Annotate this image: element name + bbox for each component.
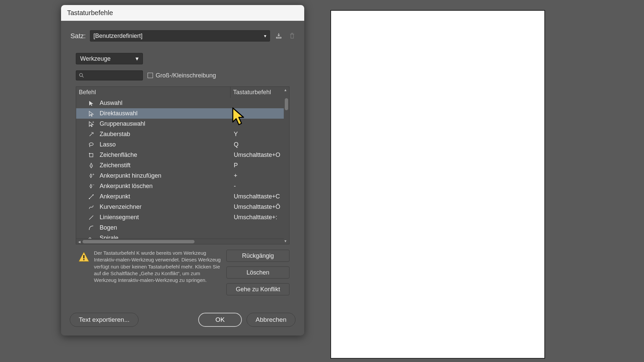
clear-button[interactable]: Löschen	[226, 266, 289, 279]
table-row[interactable]: Kurvenzeichner Umschalttaste+Ö	[76, 202, 289, 212]
table-row[interactable]: Spirale	[76, 233, 289, 239]
table-row[interactable]: Auswahl	[76, 98, 289, 108]
table-row[interactable]: + Gruppenauswahl	[76, 119, 289, 129]
artboard-icon	[88, 152, 95, 159]
search-input[interactable]	[76, 70, 143, 80]
search-icon	[79, 73, 84, 78]
svg-line-16	[89, 216, 93, 220]
curve-icon	[88, 203, 95, 211]
wand-icon	[88, 131, 95, 138]
h-scrollbar-thumb[interactable]	[83, 240, 195, 243]
svg-line-5	[92, 132, 92, 133]
warning-text: Der Tastaturbefehl K wurde bereits vom W…	[94, 250, 222, 284]
undo-button[interactable]: Rückgängig	[226, 250, 289, 262]
svg-line-1	[82, 76, 84, 77]
shortcut-value[interactable]: Umschalttaste+Ö	[232, 203, 287, 210]
checkbox-box	[148, 73, 153, 78]
grid-header: Befehl Tastaturbefehl	[76, 87, 289, 98]
svg-rect-18	[83, 259, 84, 260]
chevron-down-icon: ▾	[136, 55, 139, 62]
command-name: Lasso	[100, 141, 116, 148]
shortcut-value[interactable]: -	[232, 183, 287, 190]
pen-minus-icon: −	[88, 183, 95, 190]
table-row[interactable]: Zeichenstift P	[76, 160, 289, 171]
shortcut-value[interactable]: Umschalttaste+:	[232, 214, 287, 221]
chevron-down-icon: ▾	[264, 33, 266, 39]
shortcut-value[interactable]: Y	[232, 131, 287, 138]
warning-icon	[78, 251, 90, 263]
command-name: Spirale	[100, 235, 118, 239]
cancel-button[interactable]: Abbrechen	[247, 313, 296, 327]
export-text-button[interactable]: Text exportieren...	[70, 313, 139, 327]
pen-plus-icon: +	[88, 172, 95, 180]
spiral-icon	[88, 235, 95, 239]
column-shortcut[interactable]: Tastaturbefehl	[230, 87, 289, 98]
shortcuts-grid: Befehl Tastaturbefehl Auswahl Direktausw…	[76, 86, 289, 244]
svg-text:+: +	[92, 173, 94, 176]
ok-button[interactable]: OK	[198, 313, 242, 327]
save-set-icon[interactable]	[274, 31, 283, 41]
command-name: Direktauswahl	[100, 110, 138, 117]
lasso-icon	[88, 141, 95, 148]
table-row[interactable]: + Ankerpunkt hinzufügen +	[76, 171, 289, 181]
svg-rect-17	[83, 255, 84, 258]
set-select-value: [Benutzerdefiniert]	[94, 33, 143, 40]
delete-set-icon	[287, 31, 297, 41]
horizontal-scrollbar[interactable]: ◂ ▸	[76, 239, 289, 244]
table-row[interactable]: − Ankerpunkt löschen -	[76, 181, 289, 191]
svg-rect-15	[93, 194, 94, 195]
line-icon	[88, 214, 95, 221]
selection-arrow-icon	[88, 100, 95, 107]
arc-icon	[88, 224, 95, 232]
table-row[interactable]: Lasso Q	[76, 139, 289, 150]
command-name: Ankerpunkt hinzufügen	[100, 172, 161, 179]
command-name: Bogen	[100, 224, 117, 231]
command-name: Liniensegment	[100, 214, 139, 221]
group-arrow-icon: +	[88, 120, 95, 128]
direct-arrow-icon	[88, 110, 95, 117]
shortcut-value[interactable]: Umschalttaste+O	[232, 152, 287, 159]
table-row[interactable]: Ankerpunkt Umschalttaste+C	[76, 191, 289, 202]
command-name: Zeichenstift	[100, 162, 130, 169]
case-sensitive-checkbox[interactable]: Groß-/Kleinschreibung	[148, 72, 216, 79]
column-command[interactable]: Befehl	[76, 87, 230, 98]
set-select[interactable]: [Benutzerdefiniert] ▾	[90, 30, 270, 42]
svg-text:+: +	[92, 121, 94, 124]
scroll-up-icon: ▴	[284, 87, 286, 92]
scroll-down-icon: ▾	[284, 239, 286, 243]
table-row[interactable]: Zauberstab Y	[76, 129, 289, 139]
table-row[interactable]: Liniensegment Umschalttaste+:	[76, 212, 289, 223]
svg-line-3	[90, 133, 93, 136]
shortcut-value[interactable]: Q	[232, 141, 287, 148]
section-select[interactable]: Werkzeuge ▾	[76, 53, 143, 64]
svg-line-6	[93, 133, 94, 134]
svg-point-11	[91, 166, 92, 166]
table-row[interactable]: Direktauswahl	[76, 108, 289, 119]
dialog-title: Tastaturbefehle	[61, 5, 304, 21]
command-name: Gruppenauswahl	[100, 120, 145, 127]
svg-rect-8	[90, 154, 93, 157]
scrollbar-thumb[interactable]	[285, 98, 288, 110]
shortcut-value[interactable]: Umschalttaste+C	[232, 193, 287, 200]
svg-text:−: −	[92, 183, 94, 187]
command-name: Zeichenfläche	[100, 152, 137, 159]
anchor-icon	[88, 193, 95, 200]
table-row[interactable]: Bogen	[76, 223, 289, 233]
pen-icon	[88, 162, 95, 169]
goto-conflict-button[interactable]: Gehe zu Konflikt	[226, 283, 289, 295]
vertical-scrollbar[interactable]: ▴ ▾	[284, 87, 289, 244]
keyboard-shortcuts-dialog: Tastaturbefehle Satz: [Benutzerdefiniert…	[61, 5, 304, 336]
command-name: Ankerpunkt	[100, 193, 130, 200]
command-name: Ankerpunkt löschen	[100, 183, 153, 190]
svg-rect-14	[89, 198, 90, 199]
svg-point-0	[79, 73, 83, 76]
shortcut-value[interactable]: P	[232, 162, 287, 169]
svg-point-4	[93, 132, 94, 133]
svg-point-7	[89, 143, 93, 145]
table-row[interactable]: Zeichenfläche Umschalttaste+O	[76, 150, 289, 160]
document-canvas[interactable]	[330, 10, 545, 359]
case-sensitive-label: Groß-/Kleinschreibung	[156, 72, 216, 79]
set-label: Satz:	[70, 32, 86, 40]
shortcut-value[interactable]: +	[232, 172, 287, 179]
command-name: Auswahl	[100, 100, 122, 107]
